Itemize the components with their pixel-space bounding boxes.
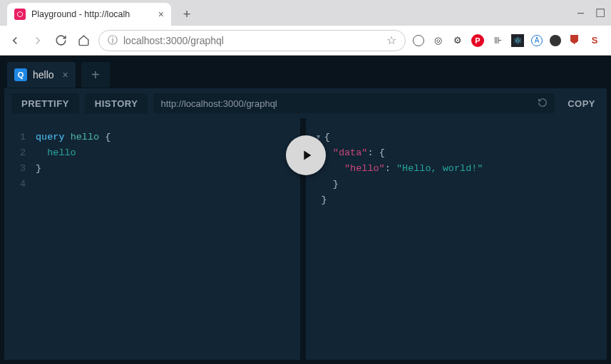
ext-icon[interactable]: S: [588, 34, 601, 47]
close-icon[interactable]: ×: [158, 9, 164, 20]
bookmark-icon[interactable]: ☆: [386, 33, 396, 47]
site-info-icon[interactable]: ⓘ: [108, 34, 118, 47]
ext-ublock-icon[interactable]: ⛊: [568, 34, 581, 47]
home-button[interactable]: [76, 33, 91, 48]
run-query-button[interactable]: [286, 135, 326, 175]
ext-react-icon[interactable]: ⚛: [511, 34, 524, 47]
browser-tab[interactable]: Playground - http://localh ×: [7, 3, 171, 26]
endpoint-url: http://localhost:3000/graphql: [160, 98, 532, 109]
reload-schema-icon[interactable]: [538, 98, 548, 110]
ext-icon[interactable]: ◎: [431, 34, 444, 47]
ext-icon[interactable]: A: [531, 35, 543, 46]
browser-tab-title: Playground - http://localh: [31, 9, 153, 19]
query-icon: Q: [14, 68, 27, 81]
copy-curl-button[interactable]: COPY: [560, 98, 600, 109]
playground-tab[interactable]: Q hello ×: [7, 62, 76, 88]
new-tab-button[interactable]: +: [177, 4, 197, 24]
address-bar[interactable]: ⓘ localhost:3000/graphql ☆: [98, 30, 406, 51]
playground-tab-name: hello: [33, 69, 54, 80]
graphql-playground: Q hello × + PRETTIFY HISTORY http://loca…: [0, 56, 611, 364]
playground-tabs: Q hello × +: [0, 56, 611, 88]
line-gutter: 1234: [11, 130, 26, 348]
playground-body: 1234 query hello { hello } ▾{ "data": { …: [4, 118, 607, 360]
window-controls: – ☐: [577, 0, 605, 26]
minimize-icon[interactable]: –: [577, 6, 584, 19]
new-playground-tab-button[interactable]: +: [81, 62, 110, 88]
back-button[interactable]: [7, 33, 23, 48]
graphql-favicon: [14, 9, 26, 20]
ext-pinterest-icon[interactable]: P: [471, 34, 484, 47]
history-button[interactable]: HISTORY: [85, 93, 148, 114]
query-editor[interactable]: 1234 query hello { hello }: [4, 118, 300, 360]
prettify-button[interactable]: PRETTIFY: [11, 93, 79, 114]
ext-icon[interactable]: [413, 35, 424, 46]
url: localhost:3000/graphql: [123, 35, 224, 46]
browser-nav-bar: ⓘ localhost:3000/graphql ☆ ◎ ⚙ P ⊪ ⚛ A ⛊…: [0, 26, 611, 56]
extension-icons: ◎ ⚙ P ⊪ ⚛ A ⛊ S: [413, 34, 604, 47]
query-code: query hello { hello }: [36, 130, 111, 348]
playground-toolbar: PRETTIFY HISTORY http://localhost:3000/g…: [4, 88, 607, 118]
maximize-icon[interactable]: ☐: [595, 6, 605, 20]
ext-icon[interactable]: ⚙: [451, 34, 464, 47]
forward-button[interactable]: [30, 33, 46, 48]
reload-button[interactable]: [53, 33, 68, 48]
result-pane[interactable]: ▾{ "data": { "hello": "Hello, world!" } …: [306, 118, 607, 360]
ext-icon[interactable]: [550, 35, 561, 46]
ext-icon[interactable]: ⊪: [491, 34, 504, 47]
browser-tab-strip: Playground - http://localh × + – ☐: [0, 0, 611, 26]
close-icon[interactable]: ×: [63, 69, 68, 80]
endpoint-input[interactable]: http://localhost:3000/graphql: [153, 93, 555, 113]
